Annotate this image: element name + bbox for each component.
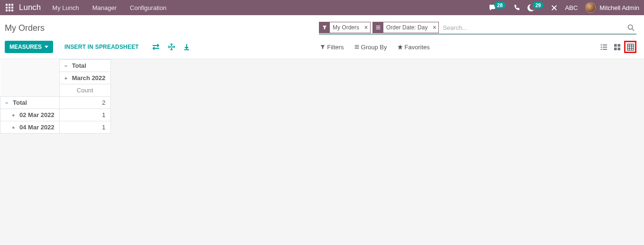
svg-rect-23 xyxy=(602,49,607,50)
svg-rect-17 xyxy=(354,48,359,49)
apps-icon[interactable] xyxy=(6,4,13,11)
svg-rect-2 xyxy=(11,4,13,6)
nav-my-lunch[interactable]: My Lunch xyxy=(52,4,79,11)
favorites-label: Favorites xyxy=(405,44,430,51)
pivot-row-date[interactable]: 02 Mar 2022 xyxy=(0,109,60,121)
pivot-table: Total March 2022 Count Total 2 02 Mar 20… xyxy=(0,59,644,134)
user-menu[interactable]: Mitchell Admin xyxy=(585,2,639,13)
svg-rect-24 xyxy=(614,44,617,46)
filters-button[interactable]: Filters xyxy=(320,44,344,51)
svg-rect-9 xyxy=(376,26,381,26)
search-input[interactable] xyxy=(441,23,625,32)
caret-down-icon xyxy=(45,45,48,49)
pivot-corner xyxy=(0,60,60,97)
company-name[interactable]: ABC xyxy=(565,4,578,11)
facet-remove-icon[interactable]: × xyxy=(430,24,438,31)
pivot-cell: 1 xyxy=(59,109,110,121)
svg-rect-14 xyxy=(184,49,189,50)
expand-all-icon[interactable] xyxy=(168,44,175,50)
svg-rect-11 xyxy=(376,29,381,29)
chat-badge: 28 xyxy=(494,2,506,9)
nav-configuration[interactable]: Configuration xyxy=(130,4,166,11)
svg-rect-26 xyxy=(614,47,617,50)
search-facet-my-orders: My Orders × xyxy=(319,22,371,33)
view-switcher xyxy=(597,41,636,53)
measures-button[interactable]: MEASURES xyxy=(5,41,53,53)
expand-icon xyxy=(64,75,69,81)
svg-rect-5 xyxy=(11,7,13,9)
group-icon xyxy=(354,45,359,49)
group-icon xyxy=(373,22,383,33)
flip-axis-icon[interactable] xyxy=(152,44,160,50)
svg-rect-4 xyxy=(9,7,10,9)
svg-point-20 xyxy=(600,46,601,47)
close-icon[interactable] xyxy=(551,5,557,11)
page-title: My Orders xyxy=(5,23,45,33)
svg-rect-27 xyxy=(617,47,620,50)
svg-rect-25 xyxy=(617,44,620,46)
filter-icon xyxy=(320,45,325,49)
pivot-cell: 1 xyxy=(59,121,110,134)
expand-icon xyxy=(12,112,17,118)
svg-point-18 xyxy=(600,44,601,45)
download-icon[interactable] xyxy=(183,44,190,50)
favorites-button[interactable]: Favorites xyxy=(398,44,430,51)
groupby-label: Group By xyxy=(361,44,387,51)
svg-point-22 xyxy=(600,48,601,49)
chat-icon[interactable]: 28 xyxy=(489,4,506,11)
svg-rect-19 xyxy=(602,44,607,45)
svg-line-13 xyxy=(632,28,634,30)
topbar: Lunch My Lunch Manager Configuration 28 … xyxy=(0,0,644,15)
groupby-button[interactable]: Group By xyxy=(354,44,387,51)
pivot-row-total[interactable]: Total xyxy=(0,97,60,109)
list-view-button[interactable] xyxy=(598,41,610,53)
svg-rect-15 xyxy=(354,45,359,45)
pivot-col-month[interactable]: March 2022 xyxy=(59,72,110,84)
expand-icon xyxy=(12,125,17,130)
svg-rect-10 xyxy=(376,27,381,27)
facet-label: Order Date: Day xyxy=(383,24,430,31)
search-icon[interactable] xyxy=(627,24,635,31)
svg-rect-3 xyxy=(6,7,8,9)
svg-point-12 xyxy=(628,25,632,29)
svg-rect-6 xyxy=(6,9,8,11)
svg-rect-28 xyxy=(627,44,633,50)
pivot-row-date[interactable]: 04 Mar 2022 xyxy=(0,121,60,134)
pivot-measure-header: Count xyxy=(59,84,110,97)
insert-spreadsheet-button[interactable]: INSERT IN SPREADSHEET xyxy=(60,41,144,53)
svg-rect-8 xyxy=(11,9,13,11)
svg-rect-21 xyxy=(602,46,607,47)
svg-rect-7 xyxy=(9,9,10,11)
svg-rect-1 xyxy=(9,4,10,6)
user-name-label: Mitchell Admin xyxy=(599,4,639,11)
star-icon xyxy=(398,45,403,50)
kanban-view-button[interactable] xyxy=(611,41,623,53)
pivot-cell: 2 xyxy=(59,97,110,109)
avatar xyxy=(585,2,596,13)
measures-label: MEASURES xyxy=(9,44,42,50)
facet-remove-icon[interactable]: × xyxy=(362,24,370,31)
svg-rect-16 xyxy=(354,46,359,47)
moon-icon[interactable]: 29 xyxy=(527,4,544,11)
search-facet-order-date: Order Date: Day × xyxy=(372,22,439,33)
search-box[interactable]: My Orders × Order Date: Day × xyxy=(319,21,636,35)
pivot-col-total[interactable]: Total xyxy=(59,60,110,72)
filter-icon xyxy=(319,22,330,33)
nav-manager[interactable]: Manager xyxy=(92,4,117,11)
collapse-icon xyxy=(64,63,69,69)
app-title[interactable]: Lunch xyxy=(19,3,41,12)
pivot-view-button[interactable] xyxy=(624,41,636,53)
filters-label: Filters xyxy=(327,44,344,51)
control-panel: My Orders My Orders × Order Date: Day × xyxy=(0,15,644,59)
svg-rect-0 xyxy=(6,4,8,6)
collapse-icon xyxy=(5,100,10,106)
facet-label: My Orders xyxy=(330,24,362,31)
phone-icon[interactable] xyxy=(513,4,520,11)
moon-badge: 29 xyxy=(533,2,544,9)
